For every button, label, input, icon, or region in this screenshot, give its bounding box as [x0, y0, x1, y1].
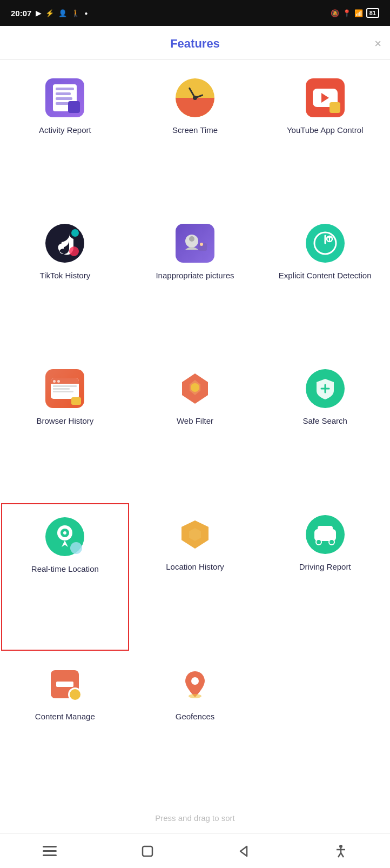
mute-icon: 🔕: [331, 9, 339, 17]
svg-point-9: [191, 383, 199, 392]
feature-label-screen-time: Screen Time: [172, 125, 218, 136]
feature-label-location-history: Location History: [166, 562, 224, 572]
svg-point-21: [189, 694, 201, 698]
youtube-status-icon: ▶: [36, 9, 41, 17]
feature-item-web-filter[interactable]: Web Filter: [130, 356, 260, 502]
feature-icon-inappropriate-pictures: [176, 224, 214, 263]
status-right-icons: 🔕 📍 📶 81: [331, 8, 379, 18]
accessibility-button[interactable]: [321, 840, 361, 863]
menu-icon: [43, 846, 57, 857]
back-icon: [238, 845, 249, 857]
feature-icon-geofences: [176, 665, 214, 704]
svg-line-31: [338, 853, 341, 857]
svg-point-14: [63, 531, 66, 535]
walk-status-icon: 🚶: [71, 9, 80, 17]
feature-item-explicit-content-detection[interactable]: Explicit Content Detection: [260, 211, 390, 356]
feature-icon-web-filter: [176, 369, 214, 408]
feature-label-inappropriate-pictures: Inappropriate pictures: [156, 270, 234, 281]
square-icon: [142, 845, 153, 857]
svg-marker-27: [240, 846, 247, 856]
feature-item-screen-time[interactable]: Screen Time: [130, 65, 260, 211]
feature-label-driving-report: Driving Report: [299, 562, 351, 572]
feature-item-safe-search[interactable]: Safe Search: [260, 356, 390, 502]
activity-status-icon: ⚡: [45, 9, 54, 17]
navigation-bar: [0, 833, 390, 868]
back-button[interactable]: [225, 841, 262, 862]
feature-icon-activity-report: [45, 78, 84, 117]
feature-item-location-history[interactable]: Location History: [130, 502, 260, 652]
feature-label-geofences: Geofences: [176, 711, 215, 722]
accessibility-icon: [334, 844, 348, 858]
feature-item-activity-report[interactable]: Activity Report: [0, 65, 130, 211]
feature-icon-location-history: [176, 515, 214, 554]
feature-label-youtube-app-control: YouTube App Control: [287, 125, 364, 136]
feature-label-content-manage: Content Manage: [35, 711, 95, 722]
feature-icon-screen-time: [176, 78, 214, 117]
feature-label-browser-history: Browser History: [36, 416, 93, 426]
svg-point-20: [329, 539, 334, 545]
feature-label-tiktok-history: TikTok History: [40, 270, 91, 281]
feature-label-explicit-content-detection: Explicit Content Detection: [279, 270, 372, 281]
features-header: Features ×: [0, 26, 390, 60]
feature-icon-explicit-content-detection: [306, 224, 345, 263]
svg-rect-24: [43, 850, 57, 852]
svg-point-1: [189, 236, 194, 242]
dot-status-icon: ●: [84, 10, 88, 16]
feature-label-web-filter: Web Filter: [177, 416, 213, 426]
page-title: Features: [9, 37, 381, 51]
feature-item-inappropriate-pictures[interactable]: Inappropriate pictures: [130, 211, 260, 356]
feature-icon-realtime-location: [45, 517, 84, 556]
svg-point-28: [339, 845, 342, 848]
main-container: Features × Activity Report: [0, 26, 390, 833]
feature-item-content-manage[interactable]: Content Manage: [0, 652, 130, 797]
feature-label-realtime-location: Real-time Location: [31, 564, 99, 575]
feature-icon-safe-search: [306, 369, 345, 408]
status-bar: 20:07 ▶ ⚡ 👤 🚶 ● 🔕 📍 📶 81: [0, 0, 390, 26]
feature-icon-tiktok-history: [45, 224, 84, 263]
svg-rect-23: [43, 846, 57, 847]
feature-item-geofences[interactable]: Geofences: [130, 652, 260, 797]
location-status-icon: 📍: [342, 9, 351, 17]
home-button[interactable]: [129, 841, 166, 862]
feature-item-browser-history[interactable]: Browser History: [0, 356, 130, 502]
features-grid: Activity Report Screen Time YouTube App …: [0, 60, 390, 803]
feature-label-activity-report: Activity Report: [39, 125, 91, 136]
svg-point-19: [316, 539, 321, 545]
feature-icon-driving-report: [306, 515, 345, 554]
feature-item-driving-report[interactable]: Driving Report: [260, 502, 390, 652]
svg-point-22: [191, 677, 199, 685]
feature-item-realtime-location[interactable]: Real-time Location: [1, 503, 129, 651]
svg-point-3: [200, 243, 203, 246]
user-status-icon: 👤: [58, 9, 67, 17]
status-time-area: 20:07 ▶ ⚡ 👤 🚶 ●: [11, 9, 88, 18]
feature-icon-browser-history: [45, 369, 84, 408]
battery-icon: 81: [366, 8, 379, 18]
close-button[interactable]: ×: [374, 37, 381, 51]
bottom-hint: Press and drag to sort: [0, 803, 390, 833]
menu-button[interactable]: [30, 842, 70, 861]
status-time: 20:07: [11, 9, 31, 18]
svg-rect-18: [318, 526, 333, 533]
feature-label-safe-search: Safe Search: [302, 416, 347, 426]
svg-line-32: [341, 853, 344, 857]
wifi-icon: 📶: [354, 9, 363, 17]
feature-item-tiktok-history[interactable]: TikTok History: [0, 211, 130, 356]
svg-rect-25: [43, 854, 57, 856]
feature-icon-youtube-app-control: [306, 78, 345, 117]
feature-item-youtube-app-control[interactable]: YouTube App Control: [260, 65, 390, 211]
svg-rect-26: [143, 846, 152, 856]
feature-icon-content-manage: [45, 665, 84, 704]
